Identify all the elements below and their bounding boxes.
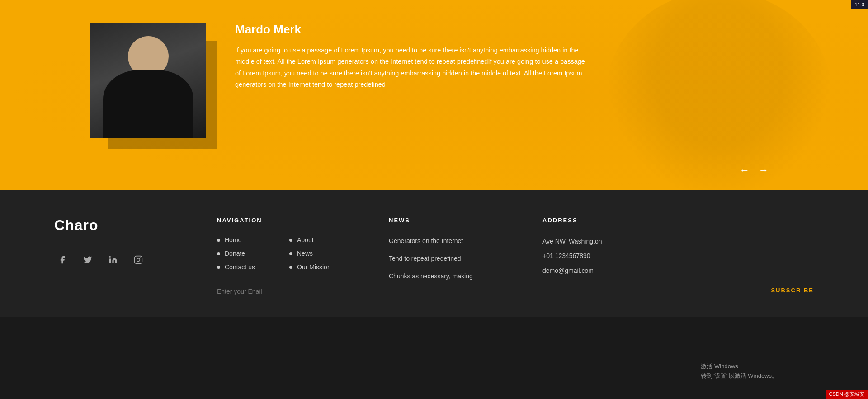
nav-item-donate[interactable]: Donate — [217, 250, 289, 257]
nav-item-label: Home — [225, 236, 241, 244]
svg-point-3 — [140, 258, 141, 258]
instagram-icon[interactable] — [130, 252, 146, 268]
footer-address-column: ADDRESS Ave NW, Washington +01 123456789… — [542, 217, 814, 280]
email-input[interactable] — [217, 284, 362, 299]
footer-brand-column: Charo — [54, 217, 181, 268]
portrait-image — [90, 23, 206, 138]
email-input-wrapper — [217, 284, 362, 299]
news-column-title: NEWS — [389, 217, 515, 224]
testimonial-content: Mardo Merk If you are going to use a pas… — [235, 18, 778, 91]
social-links — [54, 252, 181, 268]
quote-text: If you are going to use a passage of Lor… — [235, 45, 588, 91]
news-item-3[interactable]: Chunks as necessary, making — [389, 272, 515, 281]
footer-news-column: NEWS Generators on the Internet Tend to … — [389, 217, 515, 289]
address-line-1: Ave NW, Washington — [542, 236, 814, 246]
nav-dot — [217, 266, 220, 269]
nav-item-news[interactable]: News — [289, 250, 362, 257]
twitter-icon[interactable] — [80, 252, 96, 268]
address-line-3: demo@gmail.com — [542, 266, 814, 276]
testimonial-arrows: ← → — [740, 164, 769, 176]
svg-point-0 — [109, 256, 111, 258]
linkedin-icon[interactable] — [105, 252, 121, 268]
nav-dot — [289, 239, 292, 242]
portrait-body — [103, 70, 193, 138]
nav-grid: Home About Donate News Contact us Our Mi… — [217, 236, 362, 271]
author-name: Mardo Merk — [235, 23, 778, 37]
footer: Charo — [0, 190, 868, 317]
testimonial-section: Mardo Merk If you are going to use a pas… — [0, 0, 868, 190]
footer-logo: Charo — [54, 217, 181, 234]
footer-nav-column: NAVIGATION Home About Donate News Contac… — [217, 217, 362, 299]
taskbar-time: 11:0 — [851, 0, 868, 9]
nav-column-title: NAVIGATION — [217, 217, 362, 224]
nav-item-home[interactable]: Home — [217, 236, 289, 244]
svg-rect-1 — [135, 256, 142, 264]
nav-item-label: Our Mission — [297, 263, 331, 271]
subscribe-button[interactable]: SUBSCRIBE — [771, 287, 814, 294]
address-column-title: ADDRESS — [542, 217, 814, 224]
next-arrow-button[interactable]: → — [759, 164, 769, 176]
svg-point-2 — [137, 258, 140, 262]
nav-item-mission[interactable]: Our Mission — [289, 263, 362, 271]
address-line-2: +01 1234567890 — [542, 251, 814, 261]
nav-item-label: About — [297, 236, 314, 244]
nav-dot — [217, 239, 220, 242]
testimonial-image-wrapper — [90, 23, 208, 140]
nav-item-label: Donate — [225, 250, 245, 257]
nav-item-label: Contact us — [225, 263, 255, 271]
news-item-2[interactable]: Tend to repeat predefined — [389, 254, 515, 263]
nav-dot — [289, 266, 292, 269]
nav-dot — [217, 252, 220, 255]
facebook-icon[interactable] — [54, 252, 71, 268]
nav-dot — [289, 252, 292, 255]
nav-item-about[interactable]: About — [289, 236, 362, 244]
nav-item-label: News — [297, 250, 313, 257]
nav-item-contact[interactable]: Contact us — [217, 263, 289, 271]
news-item-1[interactable]: Generators on the Internet — [389, 236, 515, 246]
prev-arrow-button[interactable]: ← — [740, 164, 750, 176]
